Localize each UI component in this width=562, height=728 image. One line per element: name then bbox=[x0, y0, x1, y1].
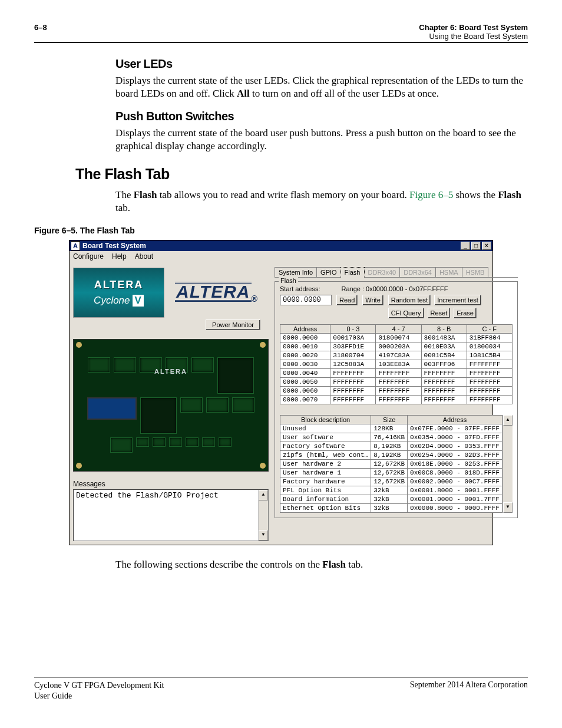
table-row: Factory hardware12,672KB0x0002.0000 - 00… bbox=[280, 477, 503, 486]
table-row: zipfs (html, web cont…8,192KB0x0254.0000… bbox=[280, 450, 503, 459]
write-button[interactable]: Write bbox=[362, 295, 383, 305]
table-row: Unused128KB0x07FE.0000 - 07FF.FFFF bbox=[280, 424, 503, 433]
mem-cell: FFFFFFFF bbox=[421, 386, 467, 395]
cfi-query-button[interactable]: CFI Query bbox=[388, 308, 424, 318]
page-number: 6–8 bbox=[34, 23, 47, 41]
scroll-up-icon[interactable]: ▲ bbox=[259, 490, 268, 500]
block-scrollbar[interactable]: ▲ ▼ bbox=[503, 415, 513, 513]
mem-cell: FFFFFFFF bbox=[376, 368, 421, 377]
heading-push-button: Push Button Switches bbox=[115, 110, 525, 123]
mem-cell: 0001703A bbox=[330, 333, 376, 342]
block-cell: 32kB bbox=[371, 486, 408, 495]
block-cell: 12,672KB bbox=[371, 459, 408, 468]
block-h-addr: Address bbox=[408, 415, 503, 424]
mem-h-c-f: C - F bbox=[467, 324, 512, 333]
minimize-button[interactable]: _ bbox=[461, 242, 470, 250]
block-cell: User hardware 1 bbox=[280, 468, 371, 477]
mem-cell: 0010E03A bbox=[421, 342, 467, 351]
groupbox-title: Flash bbox=[279, 277, 298, 284]
para-push-button: Displays the current state of the board … bbox=[115, 127, 525, 153]
random-test-button[interactable]: Random test bbox=[388, 295, 431, 305]
tabs: System Info GPIO Flash DDR3x40 DDR3x64 H… bbox=[275, 266, 518, 278]
mem-h-8-b: 8 - B bbox=[421, 324, 467, 333]
menu-help[interactable]: Help bbox=[112, 252, 127, 261]
menu-configure[interactable]: Configure bbox=[73, 252, 104, 261]
start-address-label: Start address: bbox=[280, 285, 320, 292]
figure-link[interactable]: Figure 6–5 bbox=[409, 189, 453, 200]
tab-hsmb: HSMB bbox=[462, 267, 489, 277]
mem-cell: FFFFFFFF bbox=[376, 395, 421, 404]
block-cell: User hardware 2 bbox=[280, 459, 371, 468]
mem-cell: FFFFFFFF bbox=[467, 377, 512, 386]
maximize-button[interactable]: □ bbox=[471, 242, 481, 250]
messages-scrollbar[interactable]: ▲ ▼ bbox=[258, 490, 268, 541]
tab-gpio[interactable]: GPIO bbox=[316, 267, 341, 277]
table-row: User hardware 112,672KB0x00C8.0000 - 018… bbox=[280, 468, 503, 477]
table-row: 0000.003012C5883A103EE83A003FFF06FFFFFFF… bbox=[280, 360, 513, 368]
flash-groupbox: Flash Start address: Range : 0x0000.0000… bbox=[275, 281, 518, 518]
increment-test-button[interactable]: Increment test bbox=[434, 295, 481, 305]
mem-cell: FFFFFFFF bbox=[330, 368, 376, 377]
para-flash-intro: The Flash tab allows you to read and wri… bbox=[115, 189, 525, 215]
block-cell: 0x0254.0000 - 02D3.FFFF bbox=[408, 450, 503, 459]
table-row: PFL Option Bits32kB0x0001.8000 - 0001.FF… bbox=[280, 486, 503, 495]
mem-cell: 0000.0040 bbox=[280, 368, 330, 377]
block-cell: 0x0001.8000 - 0001.FFFF bbox=[408, 486, 503, 495]
mem-cell: 01800074 bbox=[376, 333, 421, 342]
mem-cell: FFFFFFFF bbox=[421, 395, 467, 404]
app-icon: A bbox=[71, 241, 80, 251]
page-header: 6–8 Chapter 6: Board Test System Using t… bbox=[34, 23, 528, 43]
erase-button[interactable]: Erase bbox=[454, 308, 477, 318]
block-cell: Factory software bbox=[280, 442, 371, 450]
tab-flash[interactable]: Flash bbox=[340, 267, 365, 278]
mem-cell: FFFFFFFF bbox=[467, 395, 512, 404]
block-table: Block description Size Address Unused128… bbox=[280, 415, 503, 513]
close-button[interactable]: × bbox=[482, 242, 491, 250]
start-address-input[interactable]: 0000.0000 bbox=[280, 295, 332, 305]
mem-cell: 0000.0000 bbox=[280, 333, 330, 342]
block-cell: 0x00C8.0000 - 018D.FFFF bbox=[408, 468, 503, 477]
mem-cell: 0000.0060 bbox=[280, 386, 330, 395]
mem-cell: 4197C83A bbox=[376, 351, 421, 360]
mem-cell: 003FFF06 bbox=[421, 360, 467, 368]
mem-cell: 3001483A bbox=[421, 333, 467, 342]
block-h-size: Size bbox=[371, 415, 408, 424]
titlebar: A Board Test System _ □ × bbox=[70, 241, 492, 251]
block-cell: 8,192KB bbox=[371, 450, 408, 459]
para-following: The following sections describe the cont… bbox=[115, 558, 525, 571]
mem-cell: 01800034 bbox=[467, 342, 512, 351]
mem-h-4-7: 4 - 7 bbox=[376, 324, 421, 333]
reset-button[interactable]: Reset bbox=[428, 308, 451, 318]
mem-cell: FFFFFFFF bbox=[421, 368, 467, 377]
table-row: 0000.0020318007044197C83A0081C5B41081C5B… bbox=[280, 351, 513, 360]
messages-label: Messages bbox=[73, 480, 269, 488]
block-cell: 0x07FE.0000 - 07FF.FFFF bbox=[408, 424, 503, 433]
mem-h-0-3: 0 - 3 bbox=[330, 324, 376, 333]
tab-ddr3x64: DDR3x64 bbox=[399, 267, 436, 277]
block-cell: 0x02D4.0000 - 0353.FFFF bbox=[408, 442, 503, 450]
range-label: Range : 0x0000.0000 - 0x07FF.FFFF bbox=[341, 285, 448, 292]
scroll-up-icon[interactable]: ▲ bbox=[503, 415, 513, 426]
table-row: 0000.0050FFFFFFFFFFFFFFFFFFFFFFFFFFFFFFF… bbox=[280, 377, 513, 386]
mem-cell: 31800704 bbox=[330, 351, 376, 360]
mem-cell: FFFFFFFF bbox=[467, 368, 512, 377]
mem-cell: 0000.0020 bbox=[280, 351, 330, 360]
block-cell: zipfs (html, web cont… bbox=[280, 450, 371, 459]
tab-system-info[interactable]: System Info bbox=[275, 267, 317, 277]
mem-cell: 0081C5B4 bbox=[421, 351, 467, 360]
table-row: 0000.0010303FFD1E0000203A0010E03A0180003… bbox=[280, 342, 513, 351]
message-line: Detected the Flash/GPIO Project bbox=[76, 491, 219, 500]
scroll-down-icon[interactable]: ▼ bbox=[259, 530, 268, 541]
table-row: 0000.0070FFFFFFFFFFFFFFFFFFFFFFFFFFFFFFF… bbox=[280, 395, 513, 404]
block-cell: 0x0354.0000 - 07FD.FFFF bbox=[408, 433, 503, 442]
scroll-down-icon[interactable]: ▼ bbox=[503, 502, 513, 513]
para-user-leds: Displays the current state of the user L… bbox=[115, 74, 525, 100]
power-monitor-button[interactable]: Power Monitor bbox=[206, 319, 260, 330]
mem-cell: FFFFFFFF bbox=[467, 386, 512, 395]
footer-date: September 2014 Altera Corporation bbox=[410, 680, 528, 701]
badge-altera: ALTERA bbox=[94, 279, 144, 291]
menu-about[interactable]: About bbox=[135, 252, 153, 261]
read-button[interactable]: Read bbox=[336, 295, 358, 305]
mem-cell: 303FFD1E bbox=[330, 342, 376, 351]
tab-hsma: HSMA bbox=[435, 267, 462, 277]
